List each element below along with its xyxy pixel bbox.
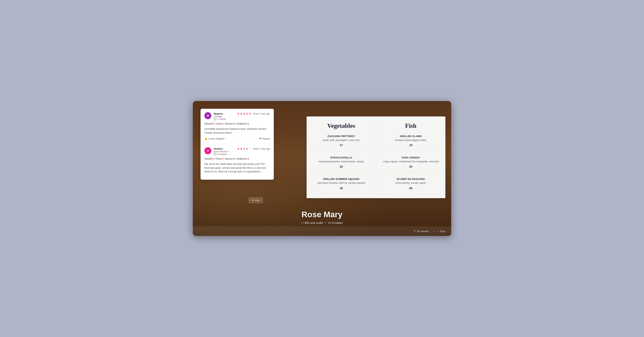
menu-item-squash: GRILLED SUMMER SQUASH parmesan fonduta, …	[312, 178, 370, 194]
star-easy-icon: ☆	[433, 230, 435, 233]
restaurant-meta: ◻ $30 and under • 🍽 Croatian	[301, 221, 343, 224]
review-header: M Meghan Chicago 💬 1 review ★ ★	[204, 112, 270, 120]
menu-item-desc: crispy capers, shallot-beef fat vinaigre…	[382, 160, 440, 163]
review-text-heather: We sat at the chefs table and that was p…	[204, 162, 270, 174]
dined-time-heather: Dined 1 day ago	[253, 148, 270, 150]
menu-column-fish: Fish GRILLED CLAMS smoked sweet pepper b…	[376, 116, 446, 198]
review-item-heather: H Heather San Francisco 💬 6 reviews ★ ★	[200, 144, 274, 180]
menu-column-vegetables: Vegetables ZUCCHINI FRITTERS* pesto aiol…	[306, 116, 376, 198]
reviewer-reviews-heather: 💬 6 reviews	[214, 153, 235, 156]
reviewer-info-heather: Heather San Francisco 💬 6 reviews	[214, 147, 235, 156]
review-scores-heather: Overall 4 • Food 4 • Service 5 • Ambienc…	[204, 158, 270, 160]
price-range: ◻ $30 and under	[301, 221, 323, 224]
reviewer-info-meghan: Meghan Chicago 💬 1 review	[214, 112, 235, 120]
restaurant-name: Rose Mary	[301, 210, 343, 219]
sparkle-icon: ✦	[252, 199, 254, 202]
star-rating: ★ ★ ★ ★ ★	[237, 112, 251, 115]
menu-item-name: GRILLED SUMMER SQUASH	[312, 178, 370, 180]
icon-badge[interactable]: ✦ Icon	[249, 198, 262, 203]
helpful-button[interactable]: 👍 Is this helpful?	[204, 137, 225, 140]
menu-item-price: 16	[312, 186, 370, 190]
menu-item-price: 19	[382, 144, 440, 147]
menu-item-stracciatella: STRACCIATELLA marinated peaches, fennel …	[312, 156, 370, 173]
easy-icon-2: ☆	[436, 230, 439, 233]
menu-section-title-vegetables: Vegetables	[312, 122, 370, 129]
menu-item-desc: parmesan fonduta, beef fat, pickled squa…	[312, 181, 370, 185]
icon-badge-label: Icon	[255, 199, 260, 202]
thumbsup-icon: 👍	[204, 137, 208, 140]
review-actions: 👍 Is this helpful? ⚑ Report	[204, 137, 270, 140]
avatar-heather: H	[204, 147, 211, 154]
cuisine-type: 🍽 Croatian	[328, 221, 343, 224]
dot-separator: •	[325, 221, 326, 224]
menu-item-clams: GRILLED CLAMS smoked sweet pepper butter…	[382, 135, 440, 152]
menu-card: Vegetables ZUCCHINI FRITTERS* pesto aiol…	[306, 116, 446, 198]
menu-item-zucchini: ZUCCHINI FRITTERS* pesto aioli, parmigia…	[312, 135, 370, 152]
restaurant-info: Rose Mary ◻ $30 and under • 🍽 Croatian	[301, 210, 343, 224]
menu-item-desc: oishii shrimp, tomato, garlic	[382, 181, 440, 185]
menu-item-price: 22	[312, 165, 370, 168]
bottom-bar: ⏱ 30 minutes ☆ ☆ Easy	[193, 226, 451, 236]
cuisine-icon: 🍽	[328, 221, 331, 224]
menu-item-price: 17	[312, 144, 370, 147]
avatar-meghan: M	[204, 112, 211, 119]
review-scores: Overall 5 • Food 5 • Service 5 • Ambienc…	[204, 122, 270, 125]
report-button[interactable]: ⚑ Report	[259, 137, 270, 140]
menu-item-price: 26	[382, 186, 440, 190]
menu-item-price: 23	[382, 165, 440, 168]
review-rating-section-heather: ★ ★ ★ ★ ★ Dined 1 day ago	[237, 147, 270, 152]
review-text: Incredible experience! Delicious food, w…	[204, 127, 270, 134]
menu-item-desc: marinated peaches, fennel pollen, lepinj…	[312, 160, 370, 163]
reviews-card: M Meghan Chicago 💬 1 review ★ ★	[200, 109, 274, 180]
review-rating-section: ★ ★ ★ ★ ★ Dined 1 day ago	[237, 112, 270, 116]
review-item-meghan: M Meghan Chicago 💬 1 review ★ ★	[200, 109, 274, 144]
clock-icon: ⏱	[413, 230, 416, 233]
price-icon: ◻	[301, 221, 304, 224]
bottom-action-difficulty: ☆ ☆ Easy	[433, 230, 446, 233]
menu-section-title-fish: Fish	[382, 122, 440, 129]
reviewer-name-heather: Heather	[214, 147, 235, 150]
flag-icon: ⚑	[259, 137, 262, 140]
review-header-heather: H Heather San Francisco 💬 6 reviews ★ ★	[204, 147, 270, 156]
menu-item-tuna: TUNA CRUDO* crispy capers, shallot-beef …	[382, 156, 440, 173]
review-meta-heather: ★ ★ ★ ★ ★ Dined 1 day ago	[237, 147, 270, 150]
menu-item-name: GRILLED CLAMS	[382, 135, 440, 138]
menu-item-name: STRACCIATELLA	[312, 156, 370, 159]
reviewer-name: Meghan	[214, 112, 235, 115]
menu-item-name: SCAMPI NA BUZZARA	[382, 178, 440, 180]
review-meta: ★ ★ ★ ★ ★ Dined 1 day ago	[237, 112, 270, 115]
menu-item-desc: pesto aioli, parmigiano, pine nuts	[312, 138, 370, 142]
menu-item-scampi: SCAMPI NA BUZZARA oishii shrimp, tomato,…	[382, 178, 440, 194]
menu-item-desc: smoked sweet pepper butter	[382, 138, 440, 142]
reviewer-location-heather: San Francisco	[214, 150, 235, 153]
dined-time: Dined 1 day ago	[253, 112, 270, 115]
reviewer-location: Chicago	[214, 115, 235, 118]
reviewer-reviews: 💬 1 review	[214, 118, 235, 120]
screen-wrapper: M Meghan Chicago 💬 1 review ★ ★	[193, 101, 451, 236]
star-rating-heather: ★ ★ ★ ★ ★	[237, 147, 251, 150]
menu-item-name: ZUCCHINI FRITTERS*	[312, 135, 370, 138]
menu-item-name: TUNA CRUDO*	[382, 156, 440, 159]
bottom-action-time: ⏱ 30 minutes	[413, 230, 429, 233]
